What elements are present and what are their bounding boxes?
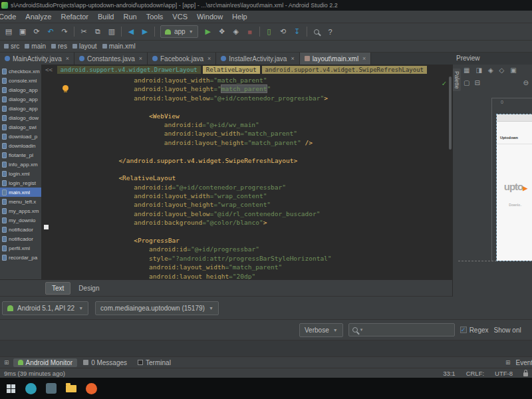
tool-tab-0-messages[interactable]: 0 Messages bbox=[78, 358, 132, 367]
file-item-menu-left-x[interactable]: menu_left.x bbox=[0, 197, 41, 206]
breadcrumb-item-res[interactable]: res bbox=[50, 43, 71, 50]
code-line[interactable]: android:layout_width="match_parent" bbox=[73, 129, 446, 138]
orientation-icon[interactable]: ◨ bbox=[475, 66, 481, 74]
file-item-downloadin[interactable]: downloadin bbox=[0, 141, 41, 150]
readonly-lock-icon[interactable] bbox=[523, 372, 528, 376]
xml-tag-crumb[interactable]: android.support.v4.widget.DrawerLayout bbox=[57, 66, 201, 74]
logcat-output-area[interactable] bbox=[0, 340, 532, 356]
tab-facebook-java[interactable]: Facebook.java× bbox=[148, 53, 216, 65]
breadcrumb-item-layout[interactable]: layout bbox=[71, 43, 101, 50]
start-button[interactable] bbox=[7, 384, 15, 393]
xml-tag-crumb[interactable]: android.support.v4.widget.SwipeRefreshLa… bbox=[262, 66, 427, 74]
menu-run[interactable]: Run bbox=[118, 11, 141, 22]
file-item-checkbox-xm[interactable]: checkbox.xm bbox=[0, 66, 41, 76]
save-all-icon[interactable]: ▣ bbox=[16, 26, 29, 38]
zoom-actual-icon[interactable]: ⊟ bbox=[474, 79, 479, 86]
caret-position[interactable]: 33:1 bbox=[443, 370, 456, 377]
encoding-indicator[interactable]: UTF-8 bbox=[495, 370, 513, 377]
file-item-recordar-pa[interactable]: recordar_pa bbox=[0, 253, 41, 262]
forward-icon[interactable]: ▶ bbox=[138, 26, 152, 38]
file-item-console-xml[interactable]: console.xml bbox=[0, 76, 41, 85]
code-line[interactable]: android:layout_height="match_parent" /> bbox=[73, 138, 446, 147]
code-line[interactable]: android:layout_height="20dp" bbox=[73, 272, 446, 279]
open-project-icon[interactable]: ▤ bbox=[2, 26, 15, 38]
file-item-perfil-xml[interactable]: perfil.xml bbox=[0, 243, 41, 253]
menu-tools[interactable]: Tools bbox=[142, 11, 168, 22]
zoom-out-icon[interactable]: ⊖ bbox=[523, 79, 529, 86]
regex-checkbox-wrap[interactable]: ✓ Regex bbox=[460, 327, 489, 334]
code-line[interactable]: <ProgressBar bbox=[73, 236, 446, 245]
regex-checkbox[interactable]: ✓ bbox=[460, 327, 467, 333]
file-item-my-downlo[interactable]: my_downlo bbox=[0, 215, 41, 225]
close-icon[interactable]: × bbox=[207, 55, 211, 62]
breadcrumb-item-src[interactable]: src bbox=[3, 43, 23, 50]
theme-icon[interactable]: ◈ bbox=[488, 66, 493, 74]
menu-help[interactable]: Help bbox=[227, 11, 252, 22]
menu-vcs[interactable]: VCS bbox=[168, 11, 192, 22]
menu-analyze[interactable]: Analyze bbox=[21, 11, 56, 22]
run-configuration-select[interactable]: app ▼ bbox=[160, 25, 198, 38]
breadcrumb-item-main-xml[interactable]: main.xml bbox=[101, 43, 140, 50]
code-line[interactable]: android:id="@+id/progressbar" bbox=[73, 245, 446, 253]
back-icon[interactable]: ◀ bbox=[124, 26, 138, 38]
code-line[interactable]: android:background="@color/blanco"> bbox=[73, 218, 446, 227]
zoom-fit-icon[interactable]: ▢ bbox=[464, 79, 469, 86]
cut-icon[interactable]: ✂ bbox=[77, 26, 90, 38]
file-item-download-p[interactable]: download_p bbox=[0, 132, 41, 141]
mode-tab-design[interactable]: Design bbox=[72, 283, 105, 294]
palette-tab[interactable]: Palette bbox=[453, 68, 461, 91]
tool-tab-terminal[interactable]: Terminal bbox=[133, 358, 176, 367]
debug-icon[interactable]: ❖ bbox=[215, 26, 229, 38]
file-item-dialogo-app[interactable]: dialogo_app bbox=[0, 94, 41, 104]
firefox-icon[interactable] bbox=[86, 383, 97, 394]
logcat-search-box[interactable]: ▾ bbox=[348, 323, 455, 336]
tab-constantes-java[interactable]: Constantes.java× bbox=[74, 53, 148, 65]
avd-manager-icon[interactable]: ▯ bbox=[263, 26, 276, 38]
code-area[interactable]: android:layout_width="match_parent"andro… bbox=[73, 76, 446, 279]
run-icon[interactable]: ▶ bbox=[201, 26, 215, 38]
editor-scrollbar[interactable] bbox=[449, 76, 452, 150]
tab-mainactivity-java[interactable]: MainActivity.java× bbox=[0, 53, 74, 65]
show-only-filter[interactable]: Show onl bbox=[494, 327, 521, 334]
file-item-info-app-xm[interactable]: info_app.xm bbox=[0, 160, 41, 169]
menu-code[interactable]: Code bbox=[0, 11, 21, 22]
app-window-icon[interactable] bbox=[46, 383, 57, 394]
code-line[interactable]: android:layout_width="match_parent" bbox=[73, 76, 446, 84]
code-line[interactable]: android:layout_height="match_parent" bbox=[73, 84, 446, 93]
edge-icon[interactable] bbox=[25, 383, 37, 394]
stop-icon[interactable]: ■ bbox=[243, 26, 257, 38]
file-item-login-regist[interactable]: login_regist bbox=[0, 178, 41, 188]
tool-tab-event-log[interactable]: ⊞ Event bbox=[503, 359, 532, 366]
xml-tag-crumb[interactable]: RelativeLayout bbox=[203, 66, 260, 74]
code-line[interactable]: android:layout_height="wrap_content" bbox=[73, 200, 446, 209]
sync-files-icon[interactable]: ⟳ bbox=[30, 26, 43, 38]
file-item-login-xml[interactable]: login.xml bbox=[0, 169, 41, 178]
code-line[interactable]: <RelativeLayout bbox=[73, 174, 446, 182]
file-item-flotante-pl[interactable]: flotante_pl bbox=[0, 150, 41, 160]
close-icon[interactable]: × bbox=[362, 55, 366, 62]
copy-icon[interactable]: ⧉ bbox=[91, 26, 104, 38]
code-line[interactable]: android:layout_width="wrap_content" bbox=[73, 192, 446, 200]
process-select[interactable]: com.mediaingea.uptodown (15179) ▼ bbox=[95, 301, 219, 315]
undo-icon[interactable]: ↶ bbox=[44, 26, 57, 38]
code-editor[interactable]: << android.support.v4.widget.DrawerLayou… bbox=[41, 65, 452, 279]
code-line[interactable]: </android.support.v4.widget.SwipeRefresh… bbox=[73, 156, 446, 165]
code-line[interactable] bbox=[73, 165, 446, 174]
menu-build[interactable]: Build bbox=[93, 11, 118, 22]
code-line[interactable] bbox=[73, 147, 446, 156]
intention-bulb-icon[interactable] bbox=[63, 85, 68, 91]
help-icon[interactable]: ? bbox=[324, 26, 337, 38]
paste-icon[interactable]: ▥ bbox=[105, 26, 118, 38]
file-item-main-xml[interactable]: main.xml bbox=[0, 188, 41, 197]
file-item-dialogo-dow[interactable]: dialogo_dow bbox=[0, 113, 41, 122]
code-line[interactable] bbox=[73, 102, 446, 111]
code-line[interactable]: android:layout_below="@id/rl_contenedor_… bbox=[73, 209, 446, 218]
close-icon[interactable]: × bbox=[66, 55, 69, 62]
fold-collapse-icon[interactable]: << bbox=[45, 66, 53, 73]
sync-gradle-icon[interactable]: ⟲ bbox=[277, 26, 290, 38]
close-icon[interactable]: × bbox=[291, 55, 294, 62]
code-line[interactable]: android:layout_below="@+id/contenedor_pr… bbox=[73, 94, 446, 102]
code-line[interactable]: <WebView bbox=[73, 112, 446, 120]
menu-refactor[interactable]: Refactor bbox=[56, 11, 93, 22]
logcat-search-input[interactable] bbox=[365, 327, 450, 334]
